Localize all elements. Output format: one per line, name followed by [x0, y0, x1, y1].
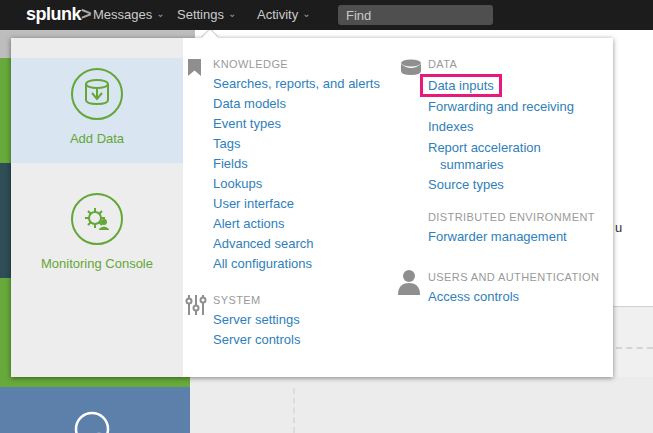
cloud-circles-icon	[55, 405, 145, 433]
background-teal-card	[0, 163, 11, 278]
menu-item-all-configurations[interactable]: All configurations	[213, 254, 403, 274]
menu-item-event-types[interactable]: Event types	[213, 114, 403, 134]
chevron-down-icon: ⌄	[228, 8, 236, 19]
section-data: DATA Data inputs Forwarding and receivin…	[428, 57, 618, 195]
menu-item-source-types[interactable]: Source types	[428, 175, 618, 195]
add-data-tile-label: Add Data	[11, 131, 183, 146]
bookmark-icon	[188, 59, 201, 76]
menu-item-user-interface[interactable]: User interface	[213, 194, 403, 214]
chevron-down-icon: ⌄	[156, 8, 164, 19]
background-bottom-gray	[190, 377, 653, 433]
add-data-cylinder-icon	[69, 66, 125, 122]
menu-item-forwarding-receiving[interactable]: Forwarding and receiving	[428, 97, 618, 117]
menu-item-alert-actions[interactable]: Alert actions	[213, 214, 403, 234]
menu-messages[interactable]: Messages⌄	[93, 7, 165, 22]
settings-tiles-column: Add Data Monitoring Console	[11, 38, 183, 377]
menu-item-data-models[interactable]: Data models	[213, 94, 403, 114]
section-title-distributed-environment: DISTRIBUTED ENVIRONMENT	[428, 210, 618, 225]
menu-item-fields[interactable]: Fields	[213, 154, 403, 174]
section-distributed-environment: DISTRIBUTED ENVIRONMENT Forwarder manage…	[428, 210, 618, 247]
user-icon	[398, 269, 420, 295]
menu-item-lookups[interactable]: Lookups	[213, 174, 403, 194]
background-dashed-line-horizontal	[616, 347, 653, 349]
data-inputs-highlight-box: Data inputs	[420, 74, 502, 97]
menu-messages-label: Messages	[93, 7, 152, 22]
menu-activity[interactable]: Activity⌄	[257, 7, 311, 22]
monitoring-console-tile-label: Monitoring Console	[11, 256, 183, 271]
menu-item-data-inputs[interactable]: Data inputs	[428, 74, 618, 97]
top-navigation-bar: splunk> Messages⌄ Settings⌄ Activity⌄	[0, 0, 653, 30]
gear-person-icon	[69, 191, 125, 247]
sliders-icon	[185, 294, 207, 316]
menu-item-report-acceleration-summaries[interactable]: Report acceleration summaries	[428, 137, 578, 175]
menu-item-server-settings[interactable]: Server settings	[213, 310, 403, 330]
background-dashed-line-vertical	[293, 388, 295, 433]
menu-settings-label: Settings	[177, 7, 224, 22]
menu-activity-label: Activity	[257, 7, 298, 22]
menu-item-forwarder-management[interactable]: Forwarder management	[428, 227, 618, 247]
menu-item-searches-reports-alerts[interactable]: Searches, reports, and alerts	[213, 74, 403, 94]
splunk-logo[interactable]: splunk>	[26, 4, 91, 25]
menu-item-server-controls[interactable]: Server controls	[213, 330, 403, 350]
menu-item-advanced-search[interactable]: Advanced search	[213, 234, 403, 254]
menu-item-indexes[interactable]: Indexes	[428, 117, 618, 137]
section-users-authentication: USERS AND AUTHENTICATION Access controls	[428, 270, 618, 307]
section-title-data: DATA	[428, 57, 618, 72]
background-blue-card	[0, 387, 190, 433]
section-title-system: SYSTEM	[213, 293, 403, 308]
find-search-input[interactable]	[338, 5, 493, 25]
menu-settings[interactable]: Settings⌄	[177, 7, 236, 22]
section-title-users-authentication: USERS AND AUTHENTICATION	[428, 270, 618, 285]
add-data-tile[interactable]: Add Data	[11, 58, 183, 163]
chevron-down-icon: ⌄	[302, 8, 310, 19]
section-knowledge: KNOWLEDGE Searches, reports, and alerts …	[213, 57, 403, 274]
splunk-logo-caret: >	[81, 4, 91, 24]
background-right-panel	[613, 306, 653, 377]
database-icon	[400, 59, 422, 76]
section-system: SYSTEM Server settings Server controls	[213, 293, 403, 350]
settings-dropdown-panel: Add Data Monitoring Console	[11, 38, 613, 377]
splunk-logo-text: splunk	[26, 4, 81, 24]
menu-item-access-controls[interactable]: Access controls	[428, 287, 618, 307]
monitoring-console-tile[interactable]: Monitoring Console	[11, 163, 183, 313]
menu-item-tags[interactable]: Tags	[213, 134, 403, 154]
section-title-knowledge: KNOWLEDGE	[213, 57, 403, 72]
